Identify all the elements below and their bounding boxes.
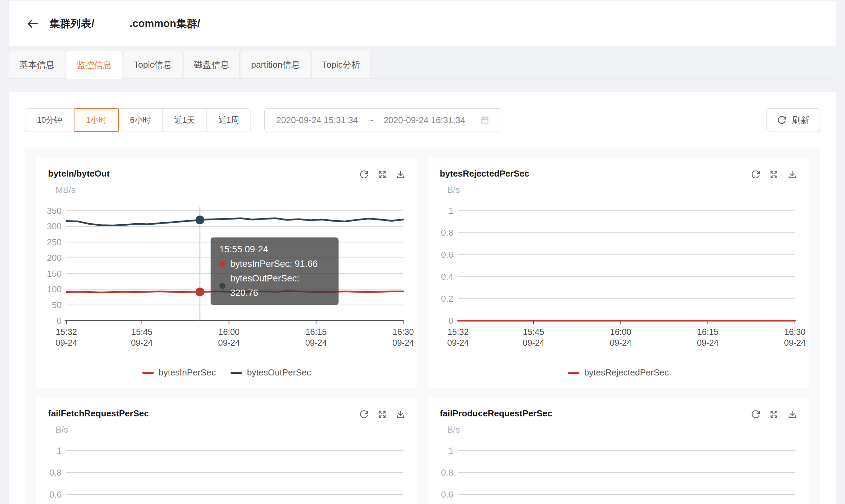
tab-partition-info[interactable]: partition信息 [241,51,311,78]
refresh-label: 刷新 [792,114,809,126]
chart-card-fail-fetch: failFetchRequestPerSec B/s 00.20.40.60.8… [36,398,417,504]
chart-plot[interactable]: 00.20.40.60.8115:3209-2415:4509-2416:000… [428,158,809,388]
refresh-button[interactable]: 刷新 [766,108,820,132]
tooltip-series-dot-navy [219,283,225,289]
date-range-separator: ~ [368,115,374,126]
time-range-1hour[interactable]: 1小时 [74,108,119,132]
tooltip-time: 15:55 09-24 [219,242,330,257]
svg-text:09-24: 09-24 [784,338,806,347]
tooltip-series-dot-red [219,261,225,267]
legend-item-bytesOutPerSec[interactable]: bytesOutPerSec [230,367,311,378]
tooltip-bytesin-value: bytesInPerSec: 91.66 [230,257,317,271]
svg-text:50: 50 [52,300,62,310]
time-range-1day[interactable]: 近1天 [162,109,207,131]
svg-text:0.6: 0.6 [441,250,453,260]
svg-text:16:00: 16:00 [218,327,240,337]
svg-text:09-24: 09-24 [218,338,240,347]
tooltip-bytesout-value: bytesOutPerSec: 320.76 [230,271,330,300]
chart-card-fail-produce: failProduceRequestPerSec B/s 00.20.40.60… [428,398,809,504]
top-header: 集群列表/ .common集群/ [9,1,836,46]
time-range-10min[interactable]: 10分钟 [25,109,74,131]
svg-text:0.6: 0.6 [441,489,453,500]
svg-text:09-24: 09-24 [447,338,469,347]
svg-text:09-24: 09-24 [305,338,327,347]
chart-card-bytes-rejected: bytesRejectedPerSec B/s 00.20.40.60.8115… [428,158,809,388]
svg-text:200: 200 [47,253,62,263]
svg-text:100: 100 [47,284,62,294]
svg-text:09-24: 09-24 [610,338,632,347]
calendar-icon [480,115,489,125]
time-range-6hour[interactable]: 6小时 [119,109,162,131]
monitor-panel: 10分钟 1小时 6小时 近1天 近1周 2020-09-24 15:31:34… [9,92,836,504]
svg-text:09-24: 09-24 [523,338,545,347]
date-range-start[interactable]: 2020-09-24 15:31:34 [276,115,358,126]
tab-topic-analysis[interactable]: Topic分析 [311,51,371,78]
svg-text:0.4: 0.4 [441,272,453,282]
svg-text:300: 300 [47,221,62,231]
chart-tooltip: 15:55 09-24 bytesInPerSec: 91.66 bytesOu… [211,237,339,305]
svg-text:16:30: 16:30 [393,327,414,337]
tab-monitor-info[interactable]: 监控信息 [66,51,122,79]
svg-text:1: 1 [449,206,453,216]
chart-plot[interactable]: 00.20.40.60.8115:3209-2415:4509-2416:000… [428,398,809,504]
svg-text:1: 1 [57,446,62,456]
svg-text:15:32: 15:32 [448,327,469,337]
svg-text:0.6: 0.6 [49,489,62,500]
chart-legend: bytesInPerSecbytesOutPerSec [36,367,417,378]
svg-text:0: 0 [57,316,62,326]
breadcrumb-cluster-list[interactable]: 集群列表/ [49,17,94,31]
tab-bar: 基本信息 监控信息 Topic信息 磁盘信息 partition信息 Topic… [9,51,836,79]
date-range-picker[interactable]: 2020-09-24 15:31:34 ~ 2020-09-24 16:31:3… [264,108,501,132]
date-range-end[interactable]: 2020-09-24 16:31:34 [383,115,465,126]
svg-text:150: 150 [47,269,62,279]
time-range-1week[interactable]: 近1周 [207,109,251,131]
chart-legend: bytesRejectedPerSec [428,367,809,378]
refresh-icon [777,115,787,125]
svg-text:16:00: 16:00 [610,327,632,337]
tab-disk-info[interactable]: 磁盘信息 [184,51,240,78]
legend-item-bytesRejectedPerSec[interactable]: bytesRejectedPerSec [568,367,669,378]
svg-text:15:45: 15:45 [131,327,153,337]
svg-text:0.8: 0.8 [441,467,453,478]
time-range-group: 10分钟 1小时 6小时 近1天 近1周 [25,108,251,132]
svg-text:15:32: 15:32 [56,327,77,337]
breadcrumb-cluster-name: .common集群/ [130,17,200,31]
svg-text:250: 250 [47,237,62,247]
controls-row: 10分钟 1小时 6小时 近1天 近1周 2020-09-24 15:31:34… [9,92,836,132]
tab-basic-info[interactable]: 基本信息 [9,51,65,78]
tab-topic-info[interactable]: Topic信息 [123,51,183,78]
svg-text:1: 1 [449,446,453,456]
legend-dash [568,372,579,374]
svg-text:0.8: 0.8 [49,467,62,478]
svg-text:0.8: 0.8 [441,228,453,238]
breadcrumb: 集群列表/ .common集群/ [49,17,200,31]
back-arrow-icon[interactable] [25,16,40,31]
svg-text:0: 0 [449,316,453,326]
chart-plot[interactable]: 00.20.40.60.8115:3209-2415:4509-2416:000… [36,398,417,504]
charts-container: byteIn/byteOut MB/s 05010015020025030035… [25,147,820,504]
svg-text:16:15: 16:15 [305,327,327,337]
svg-text:16:30: 16:30 [784,327,806,337]
legend-item-bytesInPerSec[interactable]: bytesInPerSec [142,367,215,378]
svg-text:0.2: 0.2 [441,294,453,304]
svg-text:09-24: 09-24 [131,338,153,347]
svg-text:09-24: 09-24 [392,338,414,347]
svg-text:350: 350 [47,206,62,216]
svg-text:09-24: 09-24 [55,338,77,347]
legend-dash [230,372,242,374]
svg-text:09-24: 09-24 [697,338,719,347]
svg-text:16:15: 16:15 [697,327,718,337]
legend-dash [142,372,154,374]
svg-text:15:45: 15:45 [523,327,545,337]
chart-card-bytein-byteout: byteIn/byteOut MB/s 05010015020025030035… [36,158,417,388]
